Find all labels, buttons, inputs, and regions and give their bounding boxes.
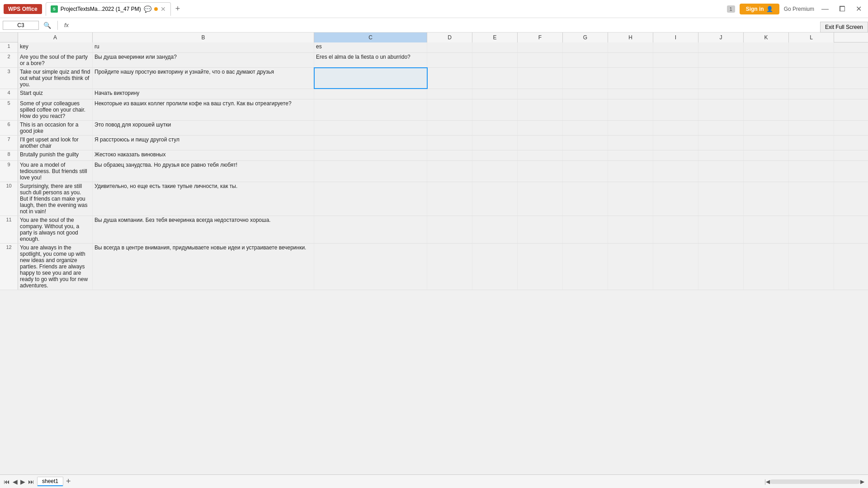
cell-a2[interactable]: Are you the soul of the party or a bore? [18,53,93,67]
cell-j11[interactable] [698,216,744,243]
cell-a7[interactable]: I'll get upset and look for another chai… [18,136,93,150]
cell-b1[interactable]: ru [93,42,314,52]
cell-d6[interactable] [427,121,472,135]
cell-h1[interactable] [608,42,653,52]
cell-h3[interactable] [608,68,653,89]
signin-button[interactable]: Sign in 👤 [740,4,779,14]
cell-h7[interactable] [608,136,653,150]
cell-i10[interactable] [653,182,698,216]
cell-c11[interactable] [314,216,427,243]
cell-j1[interactable] [698,42,744,52]
col-header-g[interactable]: G [563,33,608,42]
cell-a10[interactable]: Surprisingly, there are still such dull … [18,182,93,216]
cell-d4[interactable] [427,89,472,99]
sheet-nav-next[interactable]: ▶ [20,478,25,485]
cell-i2[interactable] [653,53,698,67]
cell-f1[interactable] [518,42,563,52]
cell-d12[interactable] [427,244,472,290]
cell-b5[interactable]: Некоторые из ваших коллег пролили кофе н… [93,99,314,120]
cell-i5[interactable] [653,99,698,120]
cell-k9[interactable] [744,161,789,182]
cell-g2[interactable] [563,53,608,67]
cell-f9[interactable] [518,161,563,182]
close-button[interactable]: ✕ [853,5,864,13]
tab-comment-icon[interactable]: 💬 [144,5,151,13]
cell-k10[interactable] [744,182,789,216]
cell-a9[interactable]: You are a model of tediousness. But frie… [18,161,93,182]
minimize-button[interactable]: — [819,5,831,13]
cell-g1[interactable] [563,42,608,52]
exit-fullscreen-button[interactable]: Exit Full Screen [820,22,868,33]
cell-i7[interactable] [653,136,698,150]
cell-i11[interactable] [653,216,698,243]
cell-j8[interactable] [698,150,744,160]
cell-l12[interactable] [789,244,834,290]
cell-f4[interactable] [518,89,563,99]
cell-h8[interactable] [608,150,653,160]
cell-a4[interactable]: Start quiz [18,89,93,99]
cell-e2[interactable] [472,53,518,67]
screen-number-button[interactable]: 1 [727,5,735,13]
cell-c7[interactable] [314,136,427,150]
cell-e8[interactable] [472,150,518,160]
add-sheet-button[interactable]: + [66,477,71,486]
cell-e9[interactable] [472,161,518,182]
cell-l4[interactable] [789,89,834,99]
cell-d10[interactable] [427,182,472,216]
cell-j2[interactable] [698,53,744,67]
cell-c9[interactable] [314,161,427,182]
cell-c8[interactable] [314,150,427,160]
cell-l2[interactable] [789,53,834,67]
cell-k3[interactable] [744,68,789,89]
cell-e5[interactable] [472,99,518,120]
col-header-e[interactable]: E [472,33,518,42]
cell-c1[interactable]: es [314,42,427,52]
col-header-l[interactable]: L [789,33,834,42]
cell-i9[interactable] [653,161,698,182]
cell-b9[interactable]: Вы образец занудства. Но друзья все равн… [93,161,314,182]
col-header-f[interactable]: F [518,33,563,42]
cell-h10[interactable] [608,182,653,216]
cell-e11[interactable] [472,216,518,243]
cell-b4[interactable]: Начать викторину [93,89,314,99]
col-header-j[interactable]: J [698,33,744,42]
cell-a8[interactable]: Brutally punish the guilty [18,150,93,160]
cell-d1[interactable] [427,42,472,52]
go-premium-button[interactable]: Go Premium [784,6,814,12]
cell-d9[interactable] [427,161,472,182]
cell-l8[interactable] [789,150,834,160]
cell-e12[interactable] [472,244,518,290]
cell-c4[interactable] [314,89,427,99]
cell-d2[interactable] [427,53,472,67]
cell-b10[interactable]: Удивительно, но еще есть такие тупые лич… [93,182,314,216]
cell-i12[interactable] [653,244,698,290]
cell-j7[interactable] [698,136,744,150]
cell-j4[interactable] [698,89,744,99]
cell-e4[interactable] [472,89,518,99]
cell-d5[interactable] [427,99,472,120]
cell-b2[interactable]: Вы душа вечеринки или зануда? [93,53,314,67]
cell-l5[interactable] [789,99,834,120]
cell-k4[interactable] [744,89,789,99]
wps-logo[interactable]: WPS Office [4,4,42,14]
cell-l7[interactable] [789,136,834,150]
cell-k6[interactable] [744,121,789,135]
cell-k5[interactable] [744,99,789,120]
cell-a12[interactable]: You are always in the spotlight, you com… [18,244,93,290]
cell-k11[interactable] [744,216,789,243]
cell-l1[interactable] [789,42,834,52]
cell-i8[interactable] [653,150,698,160]
cell-a11[interactable]: You are the soul of the company. Without… [18,216,93,243]
cell-k1[interactable] [744,42,789,52]
scroll-right-button[interactable]: ▶ [860,479,864,485]
cell-g6[interactable] [563,121,608,135]
restore-button[interactable]: ⧠ [836,5,849,13]
col-header-c[interactable]: C [314,33,427,42]
cell-e1[interactable] [472,42,518,52]
cell-i1[interactable] [653,42,698,52]
cell-g8[interactable] [563,150,608,160]
cell-g4[interactable] [563,89,608,99]
cell-f8[interactable] [518,150,563,160]
cell-h5[interactable] [608,99,653,120]
cell-a1[interactable]: key [18,42,93,52]
